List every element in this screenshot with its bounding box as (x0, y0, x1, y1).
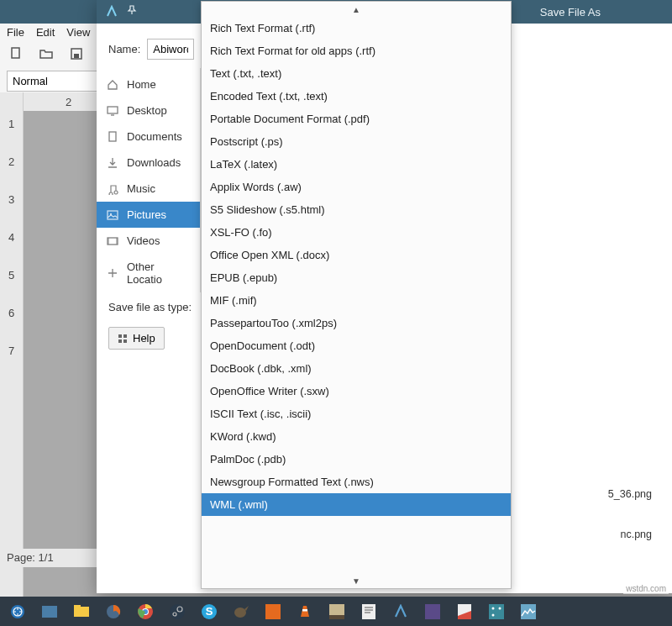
filetype-option[interactable]: XSL-FO (.fo) (202, 221, 511, 244)
app-icon (105, 5, 118, 18)
dialog-title: Save File As (540, 6, 601, 18)
filetype-option[interactable]: ISCII Text (.isc, .iscii) (202, 402, 511, 425)
place-videos[interactable]: Videos (97, 228, 200, 254)
ruler-v-num: 6 (8, 307, 14, 319)
filetype-option[interactable]: DocBook (.dbk, .xml) (202, 357, 511, 380)
svg-rect-31 (362, 604, 375, 619)
svg-rect-2 (74, 54, 79, 58)
filetype-option[interactable]: Newsgroup Formatted Text (.nws) (202, 471, 511, 493)
home-icon (107, 79, 118, 91)
svg-rect-30 (329, 615, 344, 619)
filetype-option[interactable]: Encoded Text (.txt, .text) (202, 85, 511, 108)
menu-file[interactable]: File (7, 26, 24, 39)
ruler-v-num: 2 (8, 155, 14, 168)
svg-rect-8 (118, 334, 122, 338)
files-task-icon[interactable] (72, 602, 91, 621)
plus-icon (107, 267, 118, 279)
place-documents[interactable]: Documents (97, 124, 200, 150)
svg-rect-4 (109, 132, 116, 141)
steam-icon[interactable] (168, 602, 186, 621)
file-entry[interactable]: 5_36.png (608, 488, 652, 500)
help-icon (118, 334, 128, 344)
file-entry[interactable]: nc.png (620, 529, 652, 540)
text-app-icon[interactable] (360, 602, 378, 621)
filetype-option[interactable]: Rich Text Format for old apps (.rtf) (202, 39, 511, 62)
svg-rect-10 (118, 339, 122, 343)
new-doc-icon[interactable] (8, 46, 24, 61)
svg-rect-3 (108, 107, 118, 113)
filetype-option[interactable]: OpenDocument (.odt) (202, 334, 511, 357)
svg-rect-27 (265, 604, 281, 619)
place-desktop[interactable]: Desktop (97, 97, 200, 124)
scroll-up-icon[interactable]: ▲ (202, 2, 511, 17)
name-input[interactable] (147, 39, 194, 60)
place-downloads[interactable]: Downloads (97, 150, 200, 176)
pictures-icon (107, 209, 118, 221)
filetype-option[interactable]: Office Open XML (.docx) (202, 244, 511, 266)
videos-icon (107, 235, 118, 247)
svg-rect-29 (329, 604, 344, 615)
place-pictures[interactable]: Pictures (97, 202, 200, 228)
places-sidebar: Home Desktop Documents Downloads Music P… (97, 68, 201, 292)
desktop-task-icon[interactable] (40, 602, 59, 621)
filetype-option[interactable]: MIF (.mif) (202, 289, 511, 312)
app-teal-icon[interactable] (487, 602, 506, 621)
app-doc-icon[interactable] (455, 602, 474, 621)
ruler-v-num: 7 (8, 345, 14, 357)
filetype-label: Save file as type: (108, 301, 192, 313)
filetype-option[interactable]: WML (.wml) (202, 493, 511, 516)
filetype-option[interactable]: Rich Text Format (.rtf) (202, 17, 511, 39)
abiword-task-icon[interactable] (391, 602, 410, 621)
ruler-vertical: 1 2 3 4 5 6 7 (0, 92, 24, 597)
app-purple-icon[interactable] (423, 602, 442, 621)
place-other[interactable]: Other Locatio (97, 254, 200, 292)
chrome-icon[interactable] (136, 602, 155, 621)
monitor-icon[interactable] (519, 602, 538, 621)
svg-rect-9 (123, 334, 127, 338)
filetype-dropdown[interactable]: ▲ Rich Text Format (.rtf)Rich Text Forma… (201, 1, 512, 589)
filetype-option[interactable]: Text (.txt, .text) (202, 62, 511, 85)
filetype-option[interactable]: Postscript (.ps) (202, 130, 511, 153)
svg-point-21 (170, 604, 185, 619)
svg-point-35 (492, 607, 495, 609)
open-icon[interactable] (39, 46, 54, 61)
app-tan-icon[interactable] (328, 602, 346, 621)
filetype-option[interactable]: Portable Document Format (.pdf) (202, 108, 511, 130)
svg-text:S: S (206, 605, 213, 618)
svg-rect-5 (108, 211, 118, 219)
desktop-icon (107, 105, 118, 117)
firefox-icon[interactable] (104, 602, 123, 621)
filetype-option[interactable]: PassepartouToo (.xml2ps) (202, 312, 511, 334)
svg-rect-7 (108, 238, 118, 245)
place-home[interactable]: Home (97, 71, 200, 97)
menu-view[interactable]: View (66, 26, 90, 39)
pin-icon[interactable] (127, 5, 137, 18)
filetype-option[interactable]: EPUB (.epub) (202, 266, 511, 289)
svg-rect-32 (425, 604, 440, 619)
svg-rect-11 (123, 339, 127, 343)
save-icon[interactable] (69, 46, 84, 61)
gimp-icon[interactable] (232, 602, 250, 621)
app-orange-icon[interactable] (264, 602, 282, 621)
place-music[interactable]: Music (97, 176, 200, 202)
documents-icon (107, 131, 118, 143)
menu-edit[interactable]: Edit (36, 26, 55, 39)
svg-rect-14 (42, 606, 57, 618)
help-button[interactable]: Help (108, 327, 165, 350)
name-label: Name: (108, 43, 140, 55)
ruler-v-num: 1 (8, 118, 14, 130)
skype-icon[interactable]: S (200, 602, 218, 621)
music-icon (107, 183, 118, 195)
filetype-option[interactable]: KWord (.kwd) (202, 425, 511, 448)
taskbar: S (0, 597, 672, 626)
filetype-option[interactable]: Applix Words (.aw) (202, 176, 511, 198)
ruler-v-num: 3 (8, 193, 14, 206)
start-icon[interactable] (8, 602, 27, 621)
scroll-down-icon[interactable]: ▼ (202, 573, 511, 588)
filetype-option[interactable]: S5 Slideshow (.s5.html) (202, 198, 511, 221)
filetype-option[interactable]: OpenOffice Writer (.sxw) (202, 380, 511, 402)
vlc-icon[interactable] (296, 602, 314, 621)
svg-rect-34 (489, 604, 504, 619)
filetype-option[interactable]: PalmDoc (.pdb) (202, 448, 511, 471)
filetype-option[interactable]: LaTeX (.latex) (202, 153, 511, 176)
